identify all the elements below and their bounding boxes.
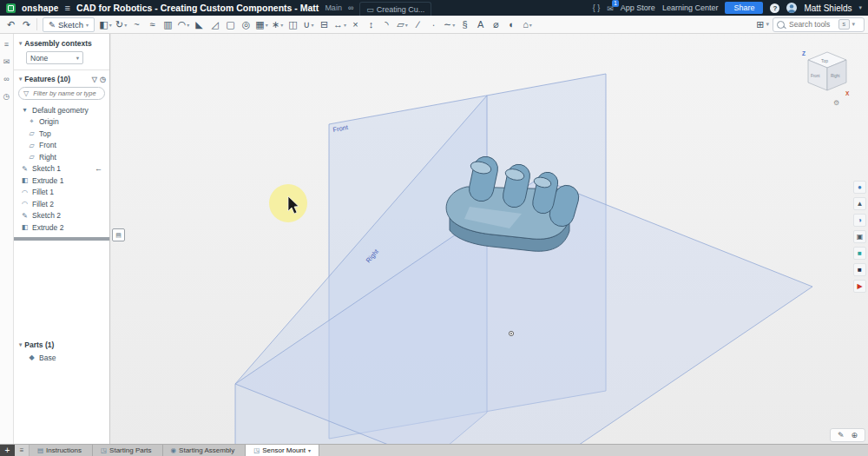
undo-icon[interactable]: ↶ [3, 17, 18, 32]
loft-icon[interactable]: ≈▾ [145, 17, 160, 32]
learning-center-link[interactable]: Learning Center [662, 3, 719, 12]
tree-item-top[interactable]: ▱ Top [14, 128, 109, 140]
parts-header[interactable]: ▾ Parts (1) [14, 338, 109, 352]
tree-item-fillet-1[interactable]: ◠ Fillet 1 [14, 187, 109, 199]
parts-caret-icon: ▾ [19, 341, 22, 348]
app-store-link[interactable]: App Store [621, 3, 655, 12]
search-tools-input[interactable] [787, 19, 836, 30]
orbit-view-icon[interactable]: ● [853, 181, 866, 194]
dev-tools-icon[interactable]: { } [593, 3, 601, 12]
revolve-icon[interactable]: ↻▾ [114, 17, 128, 32]
feature-label: Top [39, 129, 51, 138]
rollback-history-icon[interactable]: ◷ [100, 76, 106, 83]
measure-icon[interactable]: ⌀▾ [489, 17, 503, 32]
origin-marker[interactable] [509, 331, 513, 335]
video-extension-icon[interactable]: ▶ [853, 280, 866, 293]
link-icon[interactable]: ∞ [348, 3, 353, 12]
text-tool-icon[interactable]: A▾ [473, 17, 488, 32]
view-settings-gear-icon[interactable]: ⚙ [833, 99, 839, 107]
tree-item-extrude-2[interactable]: ◧ Extrude 2 [14, 221, 109, 234]
tree-group-default-geometry[interactable]: ▾ Default geometry [14, 104, 109, 116]
pointer-tool-icon[interactable]: ▲ [853, 197, 866, 210]
helix-icon[interactable]: §▾ [457, 17, 472, 32]
shell-icon[interactable]: ▢▾ [223, 17, 238, 32]
onshape-logo-icon[interactable] [6, 3, 16, 13]
feature-filter-input[interactable] [31, 89, 104, 98]
add-tab-button[interactable]: + [0, 445, 15, 456]
filter-icon[interactable]: ▽ [92, 76, 97, 83]
main-menu-icon[interactable]: ≡ [65, 3, 70, 13]
globe-overlay-button[interactable]: ⊕ [851, 431, 858, 439]
chamfer-icon[interactable]: ◣▾ [192, 17, 207, 32]
teal-extension-icon[interactable]: ■ [853, 247, 866, 260]
draft-icon[interactable]: ◿▾ [207, 17, 222, 32]
search-tools-box[interactable]: s ▾ [773, 17, 865, 32]
help-button[interactable]: ? [770, 3, 779, 13]
transform-icon[interactable]: ↔▾ [332, 17, 347, 32]
plane-icon[interactable]: ▱▾ [395, 17, 410, 32]
user-name[interactable]: Matt Shields [804, 3, 852, 13]
notifications-button[interactable]: ✉ 1 [607, 3, 614, 13]
tree-item-sketch-1[interactable]: ✎ Sketch 1 ← [14, 163, 109, 175]
split-icon[interactable]: ⊟▾ [317, 17, 332, 32]
features-header[interactable]: ▾ Features (10) ▽ ◷ [14, 72, 109, 86]
feature-toolbar: ↶ ↷ ✎ Sketch ▾ ◧▾ ↻▾ ~▾ ≈▾ [0, 16, 868, 34]
appearance-icon[interactable]: ◐▾ [504, 17, 519, 32]
comments-icon[interactable]: ✉ [3, 57, 10, 66]
custom-toolbar-menu[interactable]: ⊞ ▾ [756, 19, 769, 30]
rollback-bar[interactable] [14, 237, 109, 241]
extrude-icon[interactable]: ◧▾ [98, 17, 113, 32]
context-select[interactable]: None ▾ [26, 51, 83, 64]
versions-icon[interactable]: ∞ [3, 75, 9, 83]
named-views-icon[interactable]: ⌂▾ [520, 17, 535, 32]
sketch-button[interactable]: ✎ Sketch ▾ [43, 17, 95, 32]
context-caret-icon: ▾ [76, 55, 79, 62]
tab-list-menu-icon[interactable]: ≡ [15, 445, 30, 456]
grid-view-icon[interactable]: ▣ [853, 230, 866, 243]
edit-overlay-button[interactable]: ✎ [838, 431, 845, 439]
tree-item-origin[interactable]: ⌖ Origin [14, 116, 109, 129]
user-avatar[interactable] [786, 3, 797, 13]
feature-list-icon[interactable]: ≡ [4, 40, 9, 49]
assembly-contexts-header[interactable]: ▾ Assembly contexts [14, 34, 109, 50]
fillet-icon[interactable]: ◠▾ [176, 17, 191, 32]
tree-item-fillet-2[interactable]: ◠ Fillet 2 [14, 198, 109, 210]
linear-pattern-icon[interactable]: ▦▾ [254, 17, 269, 32]
point-icon[interactable]: ∙▾ [426, 17, 441, 32]
axis-icon[interactable]: ∕▾ [411, 17, 425, 32]
tab-sensor-mount[interactable]: ◳ Sensor Mount ▾ [246, 445, 319, 456]
tree-item-right[interactable]: ▱ Right [14, 151, 109, 163]
mirror-icon[interactable]: ◫▾ [286, 17, 300, 32]
section-view-icon[interactable]: ◑ [853, 214, 866, 227]
tab-instructions[interactable]: ▤ Instructions [30, 445, 93, 456]
sweep-icon[interactable]: ~▾ [129, 17, 144, 32]
history-icon[interactable]: ◷ [3, 92, 10, 101]
tree-item-extrude-1[interactable]: ◧ Extrude 1 [14, 175, 109, 187]
curve-icon[interactable]: ∼▾ [442, 17, 457, 32]
document-tab-label: Creating Cu... [377, 5, 425, 14]
user-menu-caret-icon[interactable]: ▾ [858, 4, 862, 11]
tree-item-front[interactable]: ▱ Front [14, 140, 109, 152]
graphics-viewport[interactable]: Front Right [111, 34, 868, 445]
tab-starting-parts[interactable]: ◳ Starting Parts [93, 445, 163, 456]
search-caret-icon[interactable]: ▾ [852, 21, 856, 28]
view-cube[interactable]: Top Front Right [808, 52, 846, 90]
branch-label[interactable]: Main [325, 3, 342, 12]
move-face-icon[interactable]: ↕▾ [364, 17, 378, 32]
share-button[interactable]: Share [725, 2, 763, 14]
thicken-icon[interactable]: ▥▾ [161, 17, 175, 32]
circular-pattern-icon[interactable]: ∗▾ [270, 17, 285, 32]
offset-surface-icon[interactable]: ◝▾ [379, 17, 394, 32]
document-tab[interactable]: ▭ Creating Cu... [359, 2, 431, 17]
tree-item-sketch-2[interactable]: ✎ Sketch 2 [14, 210, 109, 222]
hole-icon[interactable]: ◎▾ [239, 17, 253, 32]
dark-extension-icon[interactable]: ■ [853, 263, 866, 276]
delete-part-icon[interactable]: ×▾ [348, 17, 363, 32]
redo-icon[interactable]: ↷ [19, 17, 34, 32]
left-icon-rail: ≡ ✉ ∞ ◷ [0, 34, 14, 445]
boolean-icon[interactable]: ∪▾ [301, 17, 316, 32]
tree-item-base[interactable]: ◆ Base [14, 352, 109, 364]
tab-starting-assembly[interactable]: ◉ Starting Assembly [163, 445, 247, 456]
rollback-bar-handle[interactable]: ▤ [112, 228, 125, 241]
feature-filter-box[interactable]: ▽ [18, 87, 105, 100]
